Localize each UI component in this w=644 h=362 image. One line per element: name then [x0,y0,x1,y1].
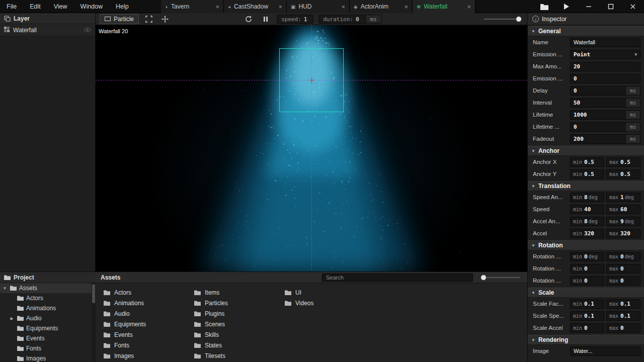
viewport-canvas[interactable]: Waterfall 20 [96,25,527,272]
asset-folder-plugins[interactable]: Plugins [194,308,285,319]
tab-close-icon[interactable]: × [404,4,408,10]
text-field[interactable]: Waterfall [570,38,640,47]
tab-actoranim[interactable]: ◈ActorAnim× [350,0,413,13]
asset-folder-animations[interactable]: Animations [104,298,194,308]
tab-close-icon[interactable]: × [278,4,282,10]
max-field[interactable]: max9deg [606,217,640,226]
min-field[interactable]: min320 [570,229,604,238]
section-header-general[interactable]: ▼General [528,26,644,36]
min-field[interactable]: min0 [570,264,604,274]
speed-field[interactable]: speed: 1 [277,15,313,24]
tab-tavern[interactable]: ◗Tavern× [161,0,224,13]
tree-item-actors[interactable]: Actors [0,293,92,303]
number-field[interactable]: 0ms [570,122,640,132]
number-field[interactable]: 0 [570,74,640,83]
assets-zoom-knob[interactable] [480,275,487,281]
tree-item-audio[interactable]: ▶Audio [0,313,92,323]
asset-folder-equipments[interactable]: Equipments [104,319,194,329]
asset-folder-actors[interactable]: Actors [104,287,194,298]
search-input[interactable] [322,274,473,282]
min-field[interactable]: min0 [570,323,604,333]
tab-waterfall[interactable]: ❄Waterfall× [413,0,475,13]
menu-view[interactable]: View [47,0,74,13]
number-field[interactable]: 1000ms [570,110,640,120]
tree-item-equipments[interactable]: Equipments [0,323,92,333]
pause-button[interactable] [260,14,272,24]
particle-mode-tab[interactable]: Particle [100,14,139,24]
center-origin-button[interactable] [159,14,171,24]
number-field[interactable]: 0ms [570,86,640,96]
asset-folder-audio[interactable]: Audio [104,308,194,319]
section-header-scale[interactable]: ▼Scale [528,288,644,298]
layer-item-waterfall[interactable]: Waterfall [0,24,95,36]
asset-folder-skills[interactable]: Skills [194,329,285,340]
section-header-rotation[interactable]: ▼Rotation [528,240,644,250]
menu-help[interactable]: Help [109,0,135,13]
caret-down-icon[interactable]: ▼ [2,286,8,291]
min-field[interactable]: min0 [570,276,604,286]
viewport-zoom-slider[interactable] [484,19,520,20]
min-field[interactable]: min40 [570,205,604,214]
caret-right-icon[interactable]: ▶ [9,316,15,321]
restart-button[interactable] [243,14,255,24]
max-field[interactable]: max0 [606,276,640,286]
maximize-button[interactable] [600,0,622,13]
max-field[interactable]: max0.1 [606,311,640,321]
number-field[interactable]: 50ms [570,98,640,108]
max-field[interactable]: max0.5 [606,169,640,179]
tab-close-icon[interactable]: × [467,4,471,10]
asset-folder-items[interactable]: Items [194,287,285,298]
tab-close-icon[interactable]: × [341,4,345,10]
number-field[interactable]: 200ms [570,134,640,144]
open-folder-button[interactable] [533,0,555,13]
close-button[interactable] [622,0,644,13]
viewport-zoom-knob[interactable] [516,16,522,22]
project-scrollbar-thumb[interactable] [92,284,95,303]
visibility-eye-icon[interactable] [84,27,91,34]
tab-close-icon[interactable]: × [215,4,219,10]
asset-folder-ui[interactable]: UI [285,287,375,298]
tab-castshadow[interactable]: ◕CastShadow× [224,0,287,13]
min-field[interactable]: min0deg [570,252,604,261]
max-field[interactable]: max320 [606,229,640,238]
assets-zoom-slider[interactable] [482,277,520,278]
asset-folder-particles[interactable]: Particles [194,298,285,308]
max-field[interactable]: max0.5 [606,157,640,167]
project-scrollbar[interactable] [92,283,96,362]
section-header-rendering[interactable]: ▼Rendering [528,335,644,345]
duration-field[interactable]: duration: 0 ms [318,15,381,24]
max-field[interactable]: max1deg [606,193,640,202]
asset-folder-videos[interactable]: Videos [285,298,375,308]
section-header-translation[interactable]: ▼Translation [528,181,644,191]
menu-edit[interactable]: Edit [23,0,47,13]
tree-item-images[interactable]: Images [0,353,92,362]
menu-window[interactable]: Window [74,0,109,13]
section-header-anchor[interactable]: ▼Anchor [528,146,644,156]
select-field[interactable]: Point▼ [570,50,640,59]
min-field[interactable]: min8deg [570,193,604,202]
minimize-button[interactable] [578,0,600,13]
max-field[interactable]: max60 [606,205,640,214]
max-field[interactable]: max0 [606,323,640,333]
max-field[interactable]: max0 [606,264,640,274]
min-field[interactable]: min8deg [570,217,604,226]
max-field[interactable]: max0deg [606,252,640,261]
tree-item-events[interactable]: Events [0,333,92,343]
asset-folder-scenes[interactable]: Scenes [194,319,285,329]
number-field[interactable]: 20 [570,62,640,71]
tree-item-assets[interactable]: ▼Assets [0,283,92,293]
menu-file[interactable]: File [0,0,23,13]
tab-hud[interactable]: ▣HUD× [287,0,350,13]
tree-item-animations[interactable]: Animations [0,303,92,313]
asset-folder-events[interactable]: Events [104,329,194,340]
asset-folder-states[interactable]: States [194,340,285,350]
tree-item-fonts[interactable]: Fonts [0,343,92,353]
asset-folder-images[interactable]: Images [104,350,194,361]
text-field[interactable]: Water... [570,346,640,356]
asset-folder-tilesets[interactable]: Tilesets [194,350,285,361]
play-button[interactable] [555,0,578,13]
min-field[interactable]: min0.5 [570,157,604,167]
min-field[interactable]: min0.1 [570,311,604,321]
fit-view-button[interactable] [143,14,155,24]
min-field[interactable]: min0.5 [570,169,604,179]
